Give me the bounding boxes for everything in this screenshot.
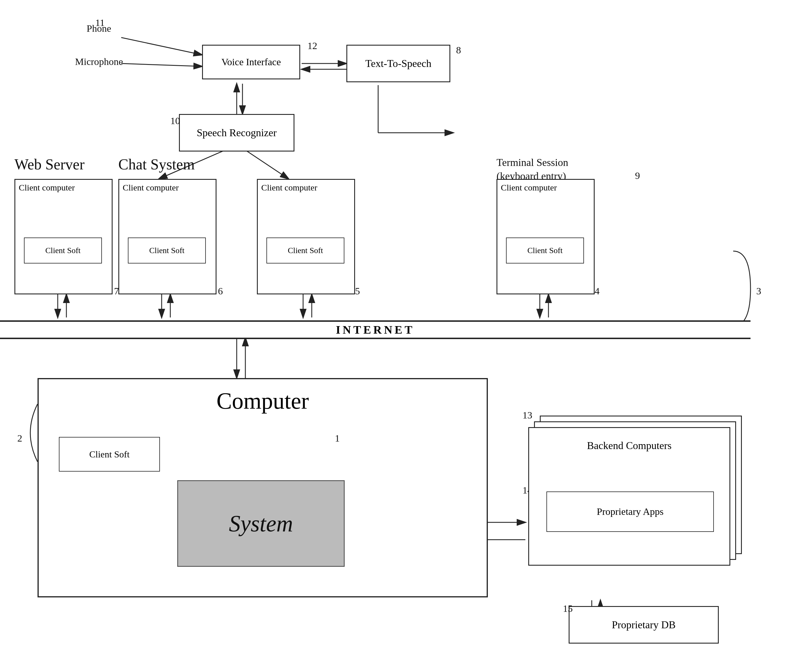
backend-computers-label: Backend Computers — [587, 440, 672, 452]
voice-interface-box: Voice Interface — [202, 45, 300, 79]
internet-bar: INTERNET — [0, 320, 751, 339]
text-to-speech-label: Text-To-Speech — [365, 58, 431, 69]
client-soft-label-3: Client Soft — [288, 246, 323, 255]
client-soft-box-4: Client Soft — [506, 238, 584, 263]
speech-recognizer-box: Speech Recognizer — [179, 114, 295, 152]
ref-4: 4 — [595, 286, 600, 297]
client-computer-label-4: Client computer — [501, 183, 557, 193]
client-computer-label-1: Client computer — [19, 183, 75, 193]
diagram: Phone Microphone 11 Voice Interface 12 S… — [0, 0, 812, 658]
ref-15: 15 — [563, 603, 573, 614]
ref-10: 10 — [170, 116, 180, 126]
client-soft-label-4: Client Soft — [527, 246, 563, 255]
ref-6: 6 — [218, 286, 223, 297]
client-soft-label-computer: Client Soft — [89, 449, 130, 460]
proprietary-apps-box: Proprietary Apps — [546, 492, 714, 532]
proprietary-db-box: Proprietary DB — [569, 606, 719, 644]
ref-5: 5 — [355, 286, 360, 297]
svg-line-5 — [121, 64, 202, 66]
proprietary-db-label: Proprietary DB — [612, 619, 676, 631]
client-soft-label-1: Client Soft — [45, 246, 80, 255]
text-to-speech-box: Text-To-Speech — [346, 45, 450, 82]
ref-11: 11 — [95, 17, 105, 28]
client-soft-box-computer: Client Soft — [59, 437, 160, 472]
client-block-center: Client computer Client Soft — [257, 179, 355, 295]
ref-3: 3 — [756, 286, 761, 297]
client-block-terminal: Client computer Client Soft — [497, 179, 595, 295]
ref-2: 2 — [17, 433, 22, 444]
proprietary-apps-label: Proprietary Apps — [597, 506, 663, 517]
svg-line-13 — [245, 150, 288, 179]
web-server-label: Web Server — [14, 156, 85, 173]
ref-9: 9 — [635, 170, 640, 181]
system-box: System — [177, 480, 345, 567]
computer-box: Computer Client Soft System — [38, 378, 488, 597]
speech-recognizer-label: Speech Recognizer — [197, 127, 277, 139]
voice-interface-label: Voice Interface — [221, 56, 281, 67]
client-computer-label-2: Client computer — [123, 183, 179, 193]
svg-line-4 — [121, 38, 202, 55]
ref-8: 8 — [456, 45, 461, 56]
client-block-chatsystem: Client computer Client Soft — [118, 179, 216, 295]
client-soft-label-2: Client Soft — [149, 246, 185, 255]
computer-label: Computer — [216, 388, 309, 414]
ref-13: 13 — [522, 410, 532, 421]
internet-label: INTERNET — [336, 323, 415, 337]
chat-system-label: Chat System — [118, 156, 194, 173]
ref-1: 1 — [335, 433, 340, 444]
system-label: System — [229, 511, 293, 537]
client-soft-box-2: Client Soft — [128, 238, 206, 263]
client-soft-box-1: Client Soft — [24, 238, 102, 263]
client-computer-label-3: Client computer — [261, 183, 317, 193]
client-block-webserver: Client computer Client Soft — [14, 179, 113, 295]
client-soft-box-3: Client Soft — [266, 238, 344, 263]
backend-computers-box: Backend Computers Proprietary Apps — [528, 427, 730, 566]
microphone-label: Microphone — [75, 56, 123, 67]
ref-12: 12 — [307, 41, 317, 52]
